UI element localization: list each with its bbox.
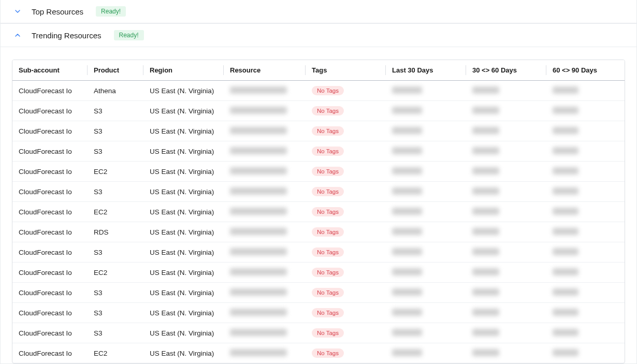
cell-tags: No Tags: [306, 222, 386, 242]
table-row[interactable]: CloudForecast IoS3US East (N. Virginia)N…: [12, 101, 625, 121]
cell-3060: [466, 121, 546, 141]
cell-product: Athena: [88, 81, 143, 101]
cell-6090: [546, 162, 625, 182]
status-badge-top-resources: Ready!: [96, 6, 126, 17]
redacted-amount: [392, 228, 422, 235]
cell-tags: No Tags: [306, 81, 386, 101]
col-header-subaccount[interactable]: Sub-account: [12, 60, 88, 81]
redacted-amount: [472, 86, 499, 94]
panel-title-top-resources: Top Resources: [32, 7, 83, 16]
cell-region: US East (N. Virginia): [143, 343, 224, 363]
col-header-region[interactable]: Region: [143, 60, 224, 81]
table-row[interactable]: CloudForecast IoS3US East (N. Virginia)N…: [12, 182, 625, 202]
cell-region: US East (N. Virginia): [143, 81, 224, 101]
cell-region: US East (N. Virginia): [143, 283, 224, 303]
status-badge-trending-resources: Ready!: [114, 30, 144, 40]
cell-last30: [386, 81, 466, 101]
table-row[interactable]: CloudForecast IoAthenaUS East (N. Virgin…: [12, 81, 625, 101]
cell-resource: [224, 323, 306, 343]
cell-last30: [386, 242, 466, 263]
table-row[interactable]: CloudForecast IoS3US East (N. Virginia)N…: [12, 303, 625, 323]
cell-subaccount: CloudForecast Io: [12, 101, 88, 121]
redacted-amount: [553, 127, 578, 134]
cell-6090: [546, 283, 625, 303]
table-row[interactable]: CloudForecast IoEC2US East (N. Virginia)…: [12, 263, 625, 283]
cell-region: US East (N. Virginia): [143, 162, 224, 182]
redacted-resource: [230, 329, 287, 336]
cell-3060: [466, 162, 546, 182]
cell-6090: [546, 303, 625, 323]
cell-3060: [466, 141, 546, 162]
col-header-tags[interactable]: Tags: [306, 60, 386, 81]
cell-tags: No Tags: [306, 242, 386, 263]
no-tags-pill: No Tags: [312, 288, 344, 297]
redacted-amount: [472, 329, 499, 336]
cell-product: EC2: [88, 343, 143, 363]
redacted-resource: [230, 349, 287, 356]
redacted-amount: [472, 127, 499, 134]
cell-last30: [386, 222, 466, 242]
cell-subaccount: CloudForecast Io: [12, 222, 88, 242]
no-tags-pill: No Tags: [312, 227, 344, 237]
table-row[interactable]: CloudForecast IoS3US East (N. Virginia)N…: [12, 242, 625, 263]
redacted-amount: [472, 309, 499, 316]
table-row[interactable]: CloudForecast IoEC2US East (N. Virginia)…: [12, 343, 625, 363]
redacted-amount: [553, 107, 578, 114]
redacted-amount: [553, 187, 578, 195]
no-tags-pill: No Tags: [312, 187, 344, 196]
cell-3060: [466, 283, 546, 303]
table-row[interactable]: CloudForecast IoS3US East (N. Virginia)N…: [12, 283, 625, 303]
cell-last30: [386, 202, 466, 222]
col-header-last30[interactable]: Last 30 Days: [386, 60, 466, 81]
redacted-amount: [553, 349, 578, 356]
cell-region: US East (N. Virginia): [143, 323, 224, 343]
cell-tags: No Tags: [306, 202, 386, 222]
redacted-resource: [230, 86, 287, 94]
cell-6090: [546, 222, 625, 242]
redacted-amount: [392, 349, 422, 356]
table-row[interactable]: CloudForecast IoS3US East (N. Virginia)N…: [12, 141, 625, 162]
redacted-amount: [553, 329, 578, 336]
cell-subaccount: CloudForecast Io: [12, 141, 88, 162]
cell-resource: [224, 242, 306, 263]
redacted-amount: [553, 208, 578, 215]
col-header-product[interactable]: Product: [88, 60, 143, 81]
cell-region: US East (N. Virginia): [143, 141, 224, 162]
table-header-row: Sub-account Product Region Resource Tags…: [12, 60, 625, 81]
panel-header-top-resources[interactable]: Top Resources Ready!: [1, 0, 636, 23]
col-header-resource[interactable]: Resource: [224, 60, 306, 81]
panel-title-trending-resources: Trending Resources: [32, 31, 102, 40]
cell-resource: [224, 202, 306, 222]
cell-3060: [466, 202, 546, 222]
cell-resource: [224, 162, 306, 182]
table-row[interactable]: CloudForecast IoS3US East (N. Virginia)N…: [12, 323, 625, 343]
table-row[interactable]: CloudForecast IoEC2US East (N. Virginia)…: [12, 162, 625, 182]
cell-last30: [386, 101, 466, 121]
table-row[interactable]: CloudForecast IoRDSUS East (N. Virginia)…: [12, 222, 625, 242]
table-row[interactable]: CloudForecast IoEC2US East (N. Virginia)…: [12, 202, 625, 222]
redacted-resource: [230, 288, 287, 296]
col-header-3060[interactable]: 30 <> 60 Days: [466, 60, 546, 81]
redacted-resource: [230, 187, 287, 195]
cell-product: S3: [88, 121, 143, 141]
no-tags-pill: No Tags: [312, 167, 344, 176]
trending-resources-table: Sub-account Product Region Resource Tags…: [12, 60, 625, 363]
panel-top-resources: Top Resources Ready!: [0, 0, 637, 24]
cell-resource: [224, 141, 306, 162]
redacted-resource: [230, 228, 287, 235]
redacted-amount: [553, 86, 578, 94]
cell-last30: [386, 283, 466, 303]
table-row[interactable]: CloudForecast IoS3US East (N. Virginia)N…: [12, 121, 625, 141]
redacted-amount: [472, 208, 499, 215]
cell-last30: [386, 343, 466, 363]
cell-3060: [466, 303, 546, 323]
panel-header-trending-resources[interactable]: Trending Resources Ready!: [1, 24, 636, 47]
redacted-amount: [472, 228, 499, 235]
cell-3060: [466, 343, 546, 363]
cell-tags: No Tags: [306, 303, 386, 323]
cell-product: S3: [88, 101, 143, 121]
cell-tags: No Tags: [306, 182, 386, 202]
cell-6090: [546, 263, 625, 283]
col-header-6090[interactable]: 60 <> 90 Days: [546, 60, 625, 81]
redacted-amount: [472, 288, 499, 296]
